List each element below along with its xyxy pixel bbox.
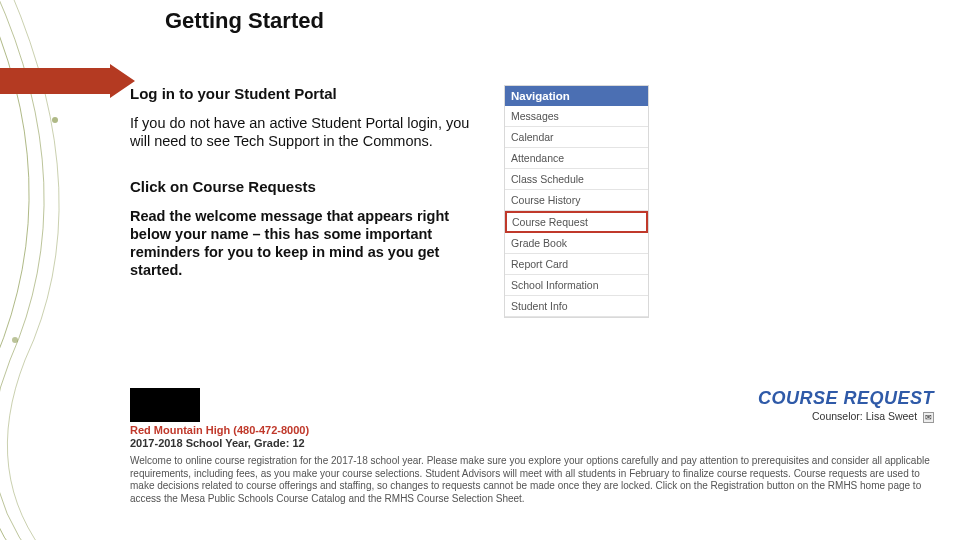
course-request-title: COURSE REQUEST: [758, 388, 934, 409]
counselor-name: Lisa Sweet: [866, 410, 917, 422]
page-title: Getting Started: [165, 8, 324, 34]
nav-item-student-info[interactable]: Student Info: [505, 296, 648, 317]
counselor-line: Counselor: Lisa Sweet ✉: [812, 410, 934, 423]
section2-body: Read the welcome message that appears ri…: [130, 207, 480, 280]
redacted-box: [130, 388, 200, 422]
red-arrow-icon: [0, 64, 135, 98]
school-name: Red Mountain High (480-472-8000): [130, 424, 940, 436]
nav-item-class-schedule[interactable]: Class Schedule: [505, 169, 648, 190]
nav-item-grade-book[interactable]: Grade Book: [505, 233, 648, 254]
envelope-icon[interactable]: ✉: [923, 412, 934, 423]
svg-point-0: [52, 117, 58, 123]
navigation-pane: Navigation Messages Calendar Attendance …: [504, 85, 649, 318]
nav-item-course-request[interactable]: Course Request: [505, 211, 648, 233]
nav-item-attendance[interactable]: Attendance: [505, 148, 648, 169]
nav-item-course-history[interactable]: Course History: [505, 190, 648, 211]
school-year: 2017-2018 School Year, Grade: 12: [130, 437, 940, 449]
course-request-panel: COURSE REQUEST Counselor: Lisa Sweet ✉ R…: [130, 388, 940, 505]
nav-item-school-information[interactable]: School Information: [505, 275, 648, 296]
content-block: Log in to your Student Portal If you do …: [130, 85, 480, 307]
navigation-header: Navigation: [505, 86, 648, 106]
nav-item-messages[interactable]: Messages: [505, 106, 648, 127]
counselor-label: Counselor:: [812, 410, 863, 422]
nav-item-report-card[interactable]: Report Card: [505, 254, 648, 275]
section2-heading: Click on Course Requests: [130, 178, 480, 197]
svg-point-1: [12, 337, 18, 343]
section1-body: If you do not have an active Student Por…: [130, 114, 480, 150]
svg-marker-2: [0, 64, 135, 98]
welcome-message: Welcome to online course registration fo…: [130, 455, 940, 505]
section1-heading: Log in to your Student Portal: [130, 85, 480, 104]
nav-item-calendar[interactable]: Calendar: [505, 127, 648, 148]
